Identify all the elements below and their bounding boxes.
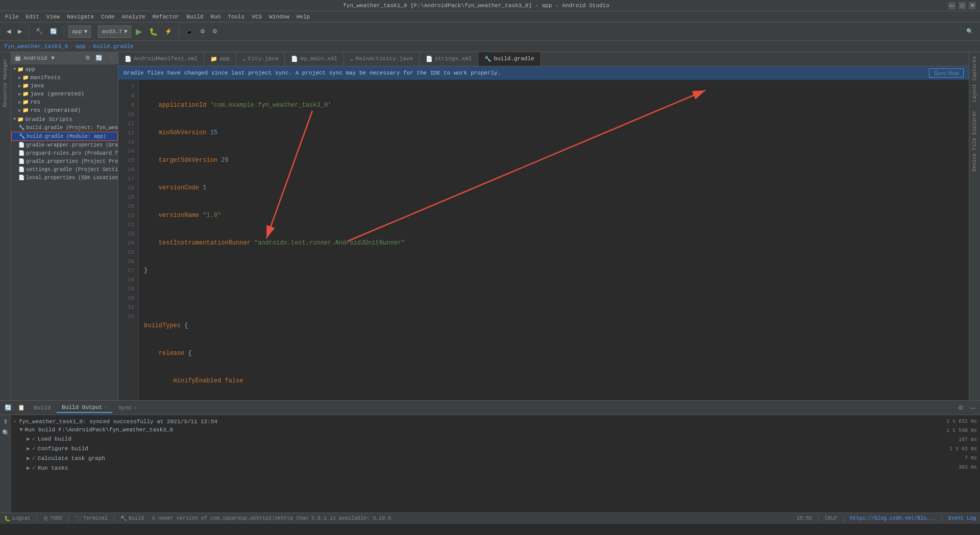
profile-button[interactable]: ⚡ (162, 27, 175, 36)
menu-code[interactable]: Code (98, 13, 117, 21)
tree-item-settings-gradle[interactable]: 📄 settings.gradle (Project Settings... (11, 165, 118, 174)
code-editor[interactable]: 7 8 9 10 11 12 13 14 15 16 17 18 19 20 2… (118, 80, 969, 400)
menu-analyze[interactable]: Analyze (118, 13, 148, 21)
build-tab-build-output[interactable]: Build Output ✕ (57, 403, 112, 413)
tree-item-gradle-wrapper[interactable]: 📄 gradle-wrapper.properties (Gra... (11, 141, 118, 149)
tree-item-build-gradle-app[interactable]: 🔧 build.gradle (Module: app) (11, 132, 118, 141)
build-tree-load-build[interactable]: ▶ ✓ Load build (11, 434, 929, 444)
build-tab-build[interactable]: Build (29, 403, 56, 412)
tree-item-java[interactable]: ▶ 📁 java (11, 82, 118, 90)
tab-strings-xml[interactable]: 📄 strings.xml (420, 52, 479, 66)
build-left-icons: ⬆ 🔍 (0, 415, 11, 513)
right-sidebar-layout-captures[interactable]: Layout Captures (970, 52, 979, 106)
menu-vcs[interactable]: VCS (249, 13, 265, 21)
status-logcat[interactable]: 🐛 Logcat (4, 516, 31, 522)
menu-edit[interactable]: Edit (22, 13, 42, 21)
title-bar-title: fyn_weather_task1_0 [F:\AndroidPack\fyn_… (4, 3, 948, 9)
sync-project-button[interactable]: 🔄 (47, 27, 60, 36)
editor-tabs: 📄 AndroidManifest.xml 📁 app ☕ City.java … (118, 52, 969, 66)
build-panel-settings-button[interactable]: ⚙ (956, 403, 966, 412)
debug-button[interactable]: 🐛 (146, 26, 160, 37)
build-tree-configure-build[interactable]: ▶ ✓ Configure build (11, 444, 929, 453)
status-separator-6 (942, 515, 942, 522)
configure-build-success-icon: ✓ (32, 445, 36, 452)
menu-help[interactable]: Help (293, 13, 313, 21)
menu-build[interactable]: Build (183, 13, 206, 21)
tree-item-res-generated[interactable]: ▶ 📁 res (generated) (11, 106, 118, 114)
app-selector[interactable]: app ▼ (68, 26, 91, 38)
chevron-down-icon: ▼ (13, 67, 16, 72)
build-output-close[interactable]: ✕ (104, 404, 107, 410)
menu-window[interactable]: Window (266, 13, 292, 21)
back-button[interactable]: ◀ (4, 27, 13, 36)
sdk-manager-button[interactable]: ⚙ (198, 27, 208, 36)
build-expand-button[interactable]: ⬆ (1, 417, 10, 426)
sync-now-button[interactable]: Sync Now (929, 68, 964, 78)
build-tab-sync[interactable]: Sync ✕ (113, 403, 142, 412)
search-everywhere-button[interactable]: 🔍 (964, 27, 976, 36)
tree-item-build-gradle-project[interactable]: 🔧 build.gradle (Project: fyn_weathe... (11, 124, 118, 132)
build-panel-controls: ⚙ — (956, 403, 978, 412)
sync-close[interactable]: ✕ (134, 405, 137, 411)
tree-item-java-generated[interactable]: ▶ 📁 java (generated) (11, 90, 118, 98)
project-panel-settings[interactable]: ⚙ (84, 54, 92, 62)
build-filter-button[interactable]: 🔍 (0, 428, 12, 437)
status-todo[interactable]: ☰ TODO (43, 516, 62, 522)
breadcrumb-root[interactable]: fyn_weather_task3_0 (4, 43, 68, 50)
close-button[interactable]: ✕ (969, 2, 976, 9)
tree-item-app[interactable]: ▼ 📁 app (11, 65, 118, 74)
run-button[interactable]: ▶ (133, 25, 144, 38)
build-button[interactable]: 🔨 (33, 27, 45, 36)
tab-city-java[interactable]: ☕ City.java (236, 52, 285, 66)
build-tree-calculate-graph[interactable]: ▶ ✓ Calculate task graph (11, 453, 929, 463)
status-terminal[interactable]: ⬛ Terminal (75, 516, 108, 522)
breadcrumb-file[interactable]: build.gradle (93, 43, 133, 50)
tab-android-manifest[interactable]: 📄 AndroidManifest.xml (118, 52, 204, 66)
code-content[interactable]: applicationId 'com.example.fyn_weather_t… (139, 80, 969, 400)
menu-navigate[interactable]: Navigate (64, 13, 97, 21)
tree-item-manifests[interactable]: ▶ 📁 manifests (11, 74, 118, 82)
menu-refactor[interactable]: Refactor (150, 13, 183, 21)
build-panel-sync-icon[interactable]: 🔄 (2, 403, 14, 412)
build-panel-minimize-button[interactable]: — (968, 403, 978, 412)
settings-button[interactable]: ⚙ (210, 27, 220, 36)
tab-app[interactable]: 📁 app (204, 52, 236, 66)
blog-url[interactable]: https://blog.csdn.net/Blu... (850, 516, 936, 521)
menu-tools[interactable]: Tools (225, 13, 248, 21)
event-log[interactable]: Event Log (948, 516, 976, 521)
tree-item-proguard[interactable]: 📄 proguard-rules.pro (ProGuard f... (11, 149, 118, 157)
maximize-button[interactable]: □ (959, 2, 966, 9)
build-panel-tree-icon[interactable]: 📋 (15, 403, 28, 412)
sync-banner-message: Gradle files have changed since last pro… (124, 70, 501, 76)
build-tree-run-build[interactable]: ▼ Run build F:\AndroidPack\fyn_weather_t… (11, 426, 929, 434)
forward-button[interactable]: ▶ (15, 27, 24, 36)
tab-main-activity[interactable]: ☕ MainActivity.java (344, 52, 420, 66)
avd-manager-button[interactable]: 📱 (183, 27, 195, 36)
avd-selector[interactable]: avd3.7 ▼ (98, 26, 131, 38)
tree-item-local-properties[interactable]: 📄 local.properties (SDK Location) (11, 174, 118, 182)
tree-item-gradle-scripts[interactable]: ▼ 📁 Gradle Scripts (11, 115, 118, 124)
build-tree-run-tasks[interactable]: ▶ ✓ Run tasks (11, 463, 929, 473)
project-panel-sync[interactable]: 🔄 (94, 54, 104, 62)
menu-view[interactable]: View (43, 13, 63, 21)
tree-item-gradle-properties[interactable]: 📄 gradle.properties (Project Prope... (11, 157, 118, 165)
tab-build-gradle[interactable]: 🔧 build.gradle (478, 52, 541, 66)
menu-run[interactable]: Run (207, 13, 224, 21)
status-build[interactable]: 🔨 Build (120, 516, 144, 522)
tree-item-res[interactable]: ▶ 📁 res (11, 98, 118, 106)
tab-my-main-xml[interactable]: 📄 my_main.xml (285, 52, 344, 66)
build-tree-root[interactable]: ✓ fyn_weather_task1_0: synced successful… (11, 417, 929, 426)
notification-text: A newer version of com.squareup.okhttp3:… (148, 516, 793, 521)
project-panel: 🤖 Android ▼ ⚙ 🔄 ⋮ ▼ 📁 app ▶ 📁 manifests (11, 52, 118, 400)
status-bar: 🐛 Logcat ☰ TODO ⬛ Terminal 🔨 Build A new… (0, 513, 980, 524)
vertical-tab-resource-manager[interactable]: Resource Manager (2, 54, 9, 111)
project-panel-gear[interactable]: ⋮ (106, 54, 115, 62)
res-gen-folder-icon: 📁 (22, 107, 29, 113)
minimize-button[interactable]: — (948, 2, 955, 9)
breadcrumb-app[interactable]: app (76, 43, 86, 50)
editor-area: 📄 AndroidManifest.xml 📁 app ☕ City.java … (118, 52, 969, 400)
main-layout: Resource Manager 🤖 Android ▼ ⚙ 🔄 ⋮ ▼ 📁 a… (0, 52, 980, 400)
menu-file[interactable]: File (2, 13, 21, 21)
status-separator-5 (843, 515, 844, 522)
right-sidebar-device-file[interactable]: Device File Explorer (970, 106, 979, 176)
